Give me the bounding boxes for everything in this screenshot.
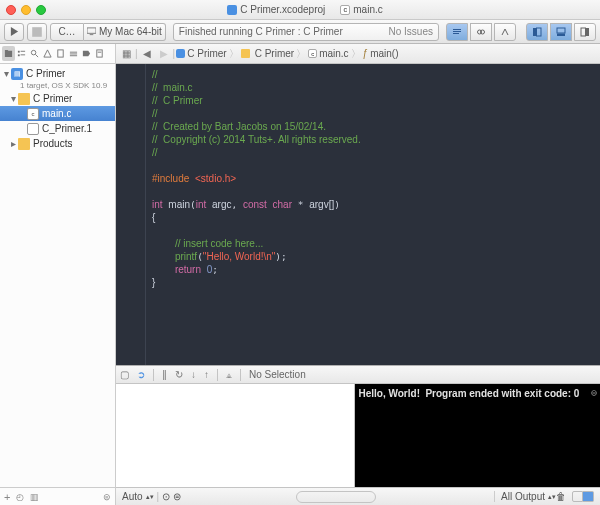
tree-file-row[interactable]: cmain.c (0, 106, 115, 121)
issue-navigator-tab[interactable] (41, 46, 54, 61)
svg-rect-20 (58, 50, 63, 57)
svg-rect-2 (90, 34, 94, 35)
toggle-utilities-button[interactable] (574, 23, 596, 41)
scheme-device-label: My Mac 64-bit (99, 26, 162, 37)
view-segmented[interactable] (526, 23, 596, 41)
navigator-footer: + ◴ ▥ ⊜ (0, 487, 115, 505)
svg-rect-8 (533, 28, 536, 36)
svg-rect-11 (557, 33, 565, 36)
add-button[interactable]: + (4, 491, 10, 503)
tree-project-label: C Primer (26, 68, 65, 79)
console-filter-label[interactable]: All Output (501, 491, 545, 502)
step-into-button[interactable]: ↓ (191, 369, 196, 380)
svg-rect-24 (97, 50, 102, 57)
project-navigator-tab[interactable] (2, 46, 15, 61)
print-description-icon[interactable]: ⊜ (173, 491, 181, 502)
xcode-project-icon: ▤ (11, 68, 23, 80)
show-console-toggle[interactable] (583, 491, 594, 502)
svg-rect-4 (453, 31, 461, 32)
code-editor[interactable]: // // main.c // C Primer // // Created b… (116, 64, 600, 365)
log-navigator-tab[interactable] (93, 46, 106, 61)
variables-view[interactable] (116, 384, 355, 487)
breakpoints-button[interactable]: ➲ (137, 369, 145, 380)
editor-gutter[interactable] (116, 64, 146, 365)
editor-mode-segmented[interactable] (446, 23, 516, 41)
assistant-editor-button[interactable] (470, 23, 492, 41)
xcode-project-icon (227, 5, 237, 15)
disclosure-triangle-icon[interactable]: ▾ (9, 94, 18, 103)
svg-line-19 (35, 54, 38, 57)
svg-rect-15 (21, 51, 26, 52)
c-file-icon: c (340, 5, 350, 15)
tree-group-row[interactable]: ▸Products (0, 136, 115, 151)
svg-rect-22 (70, 54, 77, 55)
minimize-window-button[interactable] (21, 5, 31, 15)
tree-file-label: C_Primer.1 (42, 123, 92, 134)
run-button[interactable] (4, 23, 24, 41)
svg-rect-14 (18, 51, 20, 53)
mac-icon (87, 27, 96, 36)
tree-project-row[interactable]: ▾▤C Primer (0, 66, 115, 81)
filter-icon[interactable]: ⊜ (103, 492, 111, 502)
code-content[interactable]: // // main.c // C Primer // // Created b… (146, 64, 600, 365)
symbol-navigator-tab[interactable] (15, 46, 28, 61)
breadcrumb[interactable]: C Primer〉 C Primer〉 cmain.c〉 ƒmain() (176, 47, 398, 61)
clear-console-icon[interactable]: ⊜ (591, 387, 597, 399)
back-button[interactable]: ◀ (139, 46, 155, 61)
standard-editor-button[interactable] (446, 23, 468, 41)
show-variables-toggle[interactable] (572, 491, 583, 502)
variables-filter-label[interactable]: Auto (122, 491, 143, 502)
crumb-label: main() (370, 48, 398, 59)
toggle-navigator-button[interactable] (526, 23, 548, 41)
scheme-selector[interactable]: C… My Mac 64-bit (50, 23, 166, 41)
debug-area: ▢ ➲ ‖ ↻ ↓ ↑ ⟁ No Selection Hello, World!… (116, 365, 600, 505)
forward-button[interactable]: ▶ (156, 46, 172, 61)
toggle-debug-button[interactable] (550, 23, 572, 41)
filter-recent-icon[interactable]: ◴ (16, 492, 24, 502)
hide-debug-button[interactable]: ▢ (120, 369, 129, 380)
tree-file-row[interactable]: C_Primer.1 (0, 121, 115, 136)
debug-pane-toggle[interactable] (572, 491, 594, 502)
trash-icon[interactable]: 🗑 (556, 491, 566, 502)
project-tree[interactable]: ▾▤C Primer 1 target, OS X SDK 10.9 ▾C Pr… (0, 64, 115, 487)
console-output[interactable]: Hello, World! Program ended with exit co… (355, 384, 601, 487)
folder-icon (18, 93, 30, 105)
crumb-label: C Primer (187, 48, 226, 59)
navigator-panel: ▾▤C Primer 1 target, OS X SDK 10.9 ▾C Pr… (0, 44, 116, 505)
svg-rect-23 (70, 55, 77, 56)
related-items-button[interactable]: ▦ (118, 46, 134, 61)
debug-toolbar: ▢ ➲ ‖ ↻ ↓ ↑ ⟁ No Selection (116, 366, 600, 384)
svg-rect-13 (586, 28, 589, 36)
disclosure-triangle-icon[interactable]: ▸ (9, 139, 18, 148)
tree-group-row[interactable]: ▾C Primer (0, 91, 115, 106)
close-window-button[interactable] (6, 5, 16, 15)
continue-button[interactable]: ‖ (162, 369, 167, 380)
view-hierarchy-button[interactable]: ⟁ (226, 369, 232, 380)
title-project-label: C Primer.xcodeproj (240, 4, 325, 15)
filter-scm-icon[interactable]: ▥ (30, 492, 39, 502)
activity-status: No Issues (389, 26, 433, 37)
jump-bar: ▦ | ◀ ▶ | C Primer〉 C Primer〉 cmain.c〉 ƒ… (116, 44, 600, 64)
svg-rect-5 (453, 33, 459, 34)
quicklook-icon[interactable]: ⊙ (162, 491, 170, 502)
svg-rect-0 (32, 27, 42, 37)
console-line: Hello, World! (359, 388, 420, 399)
breakpoint-navigator-tab[interactable] (80, 46, 93, 61)
debug-navigator-tab[interactable] (67, 46, 80, 61)
version-editor-button[interactable] (494, 23, 516, 41)
stop-button[interactable] (27, 23, 47, 41)
step-over-button[interactable]: ↻ (175, 369, 183, 380)
zoom-window-button[interactable] (36, 5, 46, 15)
search-navigator-tab[interactable] (28, 46, 41, 61)
test-navigator-tab[interactable] (54, 46, 67, 61)
file-icon (27, 123, 39, 135)
debug-no-selection-label: No Selection (249, 369, 306, 380)
step-out-button[interactable]: ↑ (204, 369, 209, 380)
variables-filter-field[interactable] (296, 491, 376, 503)
disclosure-triangle-icon[interactable]: ▾ (2, 69, 11, 78)
c-file-icon: c (308, 49, 317, 58)
title-file-label: main.c (353, 4, 382, 15)
svg-rect-3 (453, 29, 461, 30)
debug-footer: Auto▴▾ | ⊙ ⊜ All Output▴▾ 🗑 (116, 487, 600, 505)
folder-icon (18, 138, 30, 150)
